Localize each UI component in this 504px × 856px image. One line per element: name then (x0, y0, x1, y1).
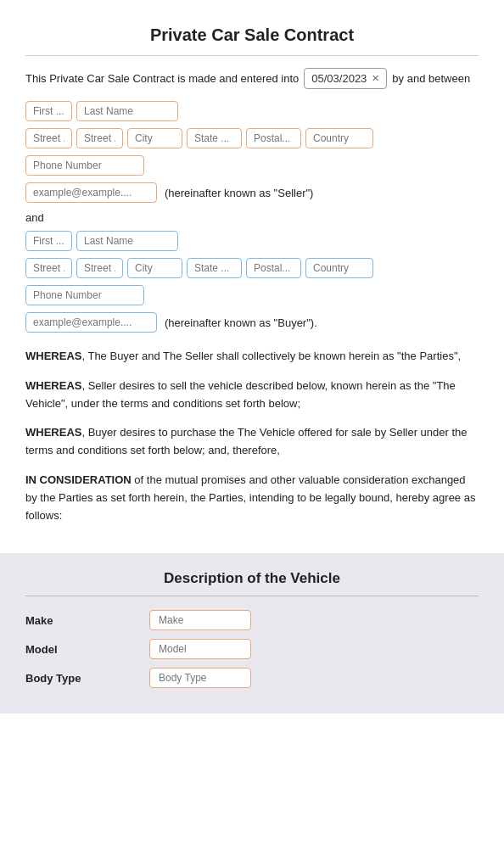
seller-country[interactable] (305, 128, 373, 148)
seller-email-row: (hereinafter known as "Seller") (25, 182, 479, 203)
page-title: Private Car Sale Contract (25, 25, 479, 45)
vehicle-divider (25, 596, 479, 596)
buyer-first-name[interactable] (25, 231, 72, 251)
buyer-email[interactable] (25, 312, 157, 333)
seller-street2[interactable] (76, 128, 123, 148)
vehicle-section-title: Description of the Vehicle (25, 570, 479, 587)
buyer-address-row (25, 258, 479, 278)
date-value: 05/03/2023 (311, 72, 367, 85)
whereas-2-bold: WHEREAS (25, 379, 81, 392)
buyer-section-label: and (25, 211, 479, 224)
buyer-name-row (25, 231, 479, 251)
model-label: Model (25, 643, 136, 656)
buyer-street2[interactable] (76, 258, 123, 278)
seller-hereinafter: (hereinafter known as "Seller") (165, 187, 313, 199)
buyer-state[interactable] (187, 258, 242, 278)
seller-phone[interactable] (25, 155, 144, 176)
seller-state[interactable] (187, 128, 242, 148)
in-consideration: IN CONSIDERATION of the mutual promises … (25, 472, 479, 524)
buyer-country[interactable] (305, 258, 373, 278)
make-label: Make (25, 614, 136, 627)
seller-street1[interactable] (25, 128, 72, 148)
in-consideration-bold: IN CONSIDERATION (25, 473, 132, 486)
seller-phone-row (25, 155, 479, 176)
intro-line: This Private Car Sale Contract is made a… (25, 68, 479, 89)
date-field[interactable]: 05/03/2023 ✕ (304, 68, 387, 89)
intro-before-date: This Private Car Sale Contract is made a… (25, 72, 299, 85)
clear-date-icon[interactable]: ✕ (372, 73, 379, 84)
vehicle-model-row: Model (25, 639, 479, 659)
buyer-street1[interactable] (25, 258, 72, 278)
vehicle-make-row: Make (25, 610, 479, 630)
vehicle-section: Description of the Vehicle Make Model Bo… (0, 553, 504, 713)
buyer-email-row: (hereinafter known as "Buyer"). (25, 312, 479, 333)
whereas-section: WHEREAS, The Buyer and The Seller shall … (25, 348, 479, 524)
whereas-1-bold: WHEREAS (25, 350, 81, 362)
seller-email[interactable] (25, 182, 157, 203)
whereas-3: WHEREAS, Buyer desires to purchase the T… (25, 424, 479, 460)
seller-city[interactable] (127, 128, 182, 148)
model-input[interactable] (149, 639, 251, 659)
title-divider (25, 55, 479, 56)
buyer-phone[interactable] (25, 285, 144, 305)
whereas-2: WHEREAS, Seller desires to sell the vehi… (25, 378, 479, 413)
buyer-last-name[interactable] (76, 231, 178, 251)
buyer-hereinafter: (hereinafter known as "Buyer"). (165, 316, 317, 329)
intro-after-date: by and between (392, 72, 470, 85)
buyer-postal[interactable] (246, 258, 301, 278)
bodytype-label: Body Type (25, 672, 136, 685)
whereas-1: WHEREAS, The Buyer and The Seller shall … (25, 348, 479, 366)
seller-address-row (25, 128, 479, 148)
bodytype-input[interactable] (149, 668, 251, 688)
buyer-city[interactable] (127, 258, 182, 278)
make-input[interactable] (149, 610, 251, 630)
whereas-1-text: , The Buyer and The Seller shall collect… (81, 350, 461, 362)
vehicle-bodytype-row: Body Type (25, 668, 479, 688)
buyer-phone-row (25, 285, 479, 305)
seller-postal[interactable] (246, 128, 301, 148)
whereas-2-text: , Seller desires to sell the vehicle des… (25, 379, 456, 410)
seller-first-name[interactable] (25, 101, 72, 121)
seller-last-name[interactable] (76, 101, 178, 121)
seller-name-row (25, 101, 479, 121)
whereas-3-bold: WHEREAS (25, 426, 81, 439)
whereas-3-text: , Buyer desires to purchase the The Vehi… (25, 426, 468, 456)
